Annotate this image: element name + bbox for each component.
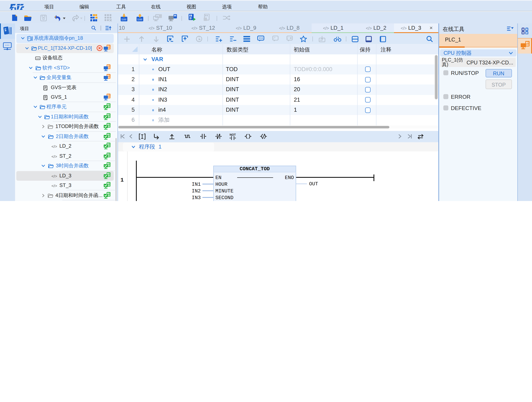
svg-text:1100: 1100 [121, 18, 126, 20]
svg-text:</>: </> [51, 145, 57, 149]
svg-text:1100: 1100 [137, 18, 142, 20]
svg-text:x: x [46, 98, 47, 100]
svg-text:</>: </> [51, 174, 57, 179]
svg-text:</>: </> [51, 154, 57, 159]
svg-text:1100: 1100 [36, 57, 40, 59]
svg-text:NOT: NOT [230, 133, 236, 136]
svg-text:/*: /* [273, 36, 276, 40]
svg-text:x: x [46, 88, 47, 90]
svg-text:/: / [287, 36, 288, 40]
svg-text:</>: </> [51, 184, 57, 188]
